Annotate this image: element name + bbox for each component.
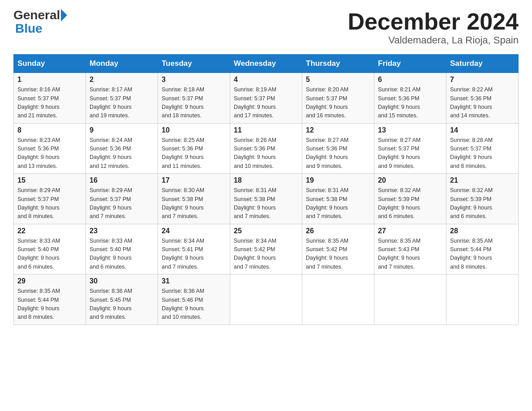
table-row: 2 Sunrise: 8:17 AMSunset: 5:37 PMDayligh… <box>86 73 158 124</box>
page-header: General Blue December 2024 Valdemadera, … <box>13 9 519 46</box>
table-row: 22 Sunrise: 8:33 AMSunset: 5:40 PMDaylig… <box>14 224 86 274</box>
table-row: 27 Sunrise: 8:35 AMSunset: 5:43 PMDaylig… <box>374 224 446 274</box>
day-number: 23 <box>90 227 154 235</box>
table-row <box>374 274 446 325</box>
calendar-week-row: 29 Sunrise: 8:35 AMSunset: 5:44 PMDaylig… <box>14 274 519 325</box>
table-row: 28 Sunrise: 8:35 AMSunset: 5:44 PMDaylig… <box>446 224 519 274</box>
day-number: 12 <box>306 126 370 134</box>
day-info: Sunrise: 8:31 AMSunset: 5:38 PMDaylight:… <box>234 187 276 219</box>
table-row: 19 Sunrise: 8:31 AMSunset: 5:38 PMDaylig… <box>302 174 374 224</box>
day-info: Sunrise: 8:20 AMSunset: 5:37 PMDaylight:… <box>306 86 348 119</box>
col-saturday: Saturday <box>446 55 519 73</box>
col-wednesday: Wednesday <box>230 55 302 73</box>
col-monday: Monday <box>86 55 158 73</box>
day-info: Sunrise: 8:35 AMSunset: 5:44 PMDaylight:… <box>17 288 60 320</box>
day-info: Sunrise: 8:16 AMSunset: 5:37 PMDaylight:… <box>17 86 60 119</box>
day-info: Sunrise: 8:17 AMSunset: 5:37 PMDaylight:… <box>90 86 132 119</box>
table-row <box>230 274 302 325</box>
day-number: 14 <box>450 126 515 134</box>
day-number: 4 <box>234 76 298 84</box>
table-row: 3 Sunrise: 8:18 AMSunset: 5:37 PMDayligh… <box>158 73 230 124</box>
day-number: 1 <box>17 76 82 84</box>
day-info: Sunrise: 8:32 AMSunset: 5:39 PMDaylight:… <box>450 187 493 219</box>
table-row: 25 Sunrise: 8:34 AMSunset: 5:42 PMDaylig… <box>230 224 302 274</box>
day-info: Sunrise: 8:31 AMSunset: 5:38 PMDaylight:… <box>306 187 348 219</box>
col-sunday: Sunday <box>14 55 86 73</box>
table-row: 12 Sunrise: 8:27 AMSunset: 5:36 PMDaylig… <box>302 123 374 174</box>
table-row: 4 Sunrise: 8:19 AMSunset: 5:37 PMDayligh… <box>230 73 302 124</box>
table-row <box>446 274 519 325</box>
day-number: 21 <box>450 176 515 184</box>
table-row: 7 Sunrise: 8:22 AMSunset: 5:36 PMDayligh… <box>446 73 519 124</box>
day-info: Sunrise: 8:27 AMSunset: 5:37 PMDaylight:… <box>378 137 420 169</box>
table-row: 24 Sunrise: 8:34 AMSunset: 5:41 PMDaylig… <box>158 224 230 274</box>
table-row: 18 Sunrise: 8:31 AMSunset: 5:38 PMDaylig… <box>230 174 302 224</box>
day-info: Sunrise: 8:29 AMSunset: 5:37 PMDaylight:… <box>90 187 132 219</box>
day-number: 10 <box>162 126 226 134</box>
day-info: Sunrise: 8:22 AMSunset: 5:36 PMDaylight:… <box>450 86 493 119</box>
day-info: Sunrise: 8:35 AMSunset: 5:43 PMDaylight:… <box>378 238 420 270</box>
day-number: 29 <box>17 277 82 285</box>
calendar-week-row: 8 Sunrise: 8:23 AMSunset: 5:36 PMDayligh… <box>14 123 519 174</box>
day-number: 16 <box>90 176 154 184</box>
table-row: 13 Sunrise: 8:27 AMSunset: 5:37 PMDaylig… <box>374 123 446 174</box>
day-number: 6 <box>378 76 442 84</box>
day-info: Sunrise: 8:33 AMSunset: 5:40 PMDaylight:… <box>90 238 132 270</box>
day-number: 18 <box>234 176 298 184</box>
table-row: 17 Sunrise: 8:30 AMSunset: 5:38 PMDaylig… <box>158 174 230 224</box>
logo: General Blue <box>13 9 68 36</box>
day-number: 15 <box>17 176 82 184</box>
table-row: 20 Sunrise: 8:32 AMSunset: 5:39 PMDaylig… <box>374 174 446 224</box>
day-info: Sunrise: 8:28 AMSunset: 5:37 PMDaylight:… <box>450 137 493 169</box>
day-number: 5 <box>306 76 370 84</box>
day-info: Sunrise: 8:23 AMSunset: 5:36 PMDaylight:… <box>17 137 60 169</box>
day-info: Sunrise: 8:25 AMSunset: 5:36 PMDaylight:… <box>162 137 204 169</box>
day-number: 11 <box>234 126 298 134</box>
month-title: December 2024 <box>348 9 519 34</box>
day-number: 7 <box>450 76 515 84</box>
day-number: 8 <box>17 126 82 134</box>
table-row: 23 Sunrise: 8:33 AMSunset: 5:40 PMDaylig… <box>86 224 158 274</box>
day-number: 2 <box>90 76 154 84</box>
day-info: Sunrise: 8:18 AMSunset: 5:37 PMDaylight:… <box>162 86 204 119</box>
day-number: 3 <box>162 76 226 84</box>
col-tuesday: Tuesday <box>158 55 230 73</box>
day-info: Sunrise: 8:36 AMSunset: 5:45 PMDaylight:… <box>90 288 132 320</box>
day-number: 9 <box>90 126 154 134</box>
calendar-header-row: Sunday Monday Tuesday Wednesday Thursday… <box>14 55 519 73</box>
location-subtitle: Valdemadera, La Rioja, Spain <box>348 34 519 46</box>
col-thursday: Thursday <box>302 55 374 73</box>
day-info: Sunrise: 8:27 AMSunset: 5:36 PMDaylight:… <box>306 137 348 169</box>
table-row: 14 Sunrise: 8:28 AMSunset: 5:37 PMDaylig… <box>446 123 519 174</box>
day-number: 30 <box>90 277 154 285</box>
day-number: 20 <box>378 176 442 184</box>
table-row: 15 Sunrise: 8:29 AMSunset: 5:37 PMDaylig… <box>14 174 86 224</box>
logo-blue-text: Blue <box>15 21 43 35</box>
day-number: 31 <box>162 277 226 285</box>
calendar-week-row: 1 Sunrise: 8:16 AMSunset: 5:37 PMDayligh… <box>14 73 519 124</box>
table-row: 10 Sunrise: 8:25 AMSunset: 5:36 PMDaylig… <box>158 123 230 174</box>
day-info: Sunrise: 8:34 AMSunset: 5:41 PMDaylight:… <box>162 238 204 270</box>
day-number: 27 <box>378 227 442 235</box>
logo-general-text: General <box>13 9 60 21</box>
day-info: Sunrise: 8:36 AMSunset: 5:46 PMDaylight:… <box>162 288 204 320</box>
day-info: Sunrise: 8:34 AMSunset: 5:42 PMDaylight:… <box>234 238 276 270</box>
table-row: 31 Sunrise: 8:36 AMSunset: 5:46 PMDaylig… <box>158 274 230 325</box>
calendar-table: Sunday Monday Tuesday Wednesday Thursday… <box>13 54 519 325</box>
table-row <box>302 274 374 325</box>
table-row: 21 Sunrise: 8:32 AMSunset: 5:39 PMDaylig… <box>446 174 519 224</box>
day-number: 28 <box>450 227 515 235</box>
day-info: Sunrise: 8:24 AMSunset: 5:36 PMDaylight:… <box>90 137 132 169</box>
day-info: Sunrise: 8:35 AMSunset: 5:42 PMDaylight:… <box>306 238 348 270</box>
table-row: 8 Sunrise: 8:23 AMSunset: 5:36 PMDayligh… <box>14 123 86 174</box>
table-row: 29 Sunrise: 8:35 AMSunset: 5:44 PMDaylig… <box>14 274 86 325</box>
day-number: 26 <box>306 227 370 235</box>
day-number: 13 <box>378 126 442 134</box>
day-info: Sunrise: 8:35 AMSunset: 5:44 PMDaylight:… <box>450 238 493 270</box>
day-info: Sunrise: 8:26 AMSunset: 5:36 PMDaylight:… <box>234 137 276 169</box>
day-number: 24 <box>162 227 226 235</box>
day-info: Sunrise: 8:21 AMSunset: 5:36 PMDaylight:… <box>378 86 420 119</box>
day-number: 25 <box>234 227 298 235</box>
calendar-week-row: 15 Sunrise: 8:29 AMSunset: 5:37 PMDaylig… <box>14 174 519 224</box>
title-block: December 2024 Valdemadera, La Rioja, Spa… <box>348 9 519 46</box>
